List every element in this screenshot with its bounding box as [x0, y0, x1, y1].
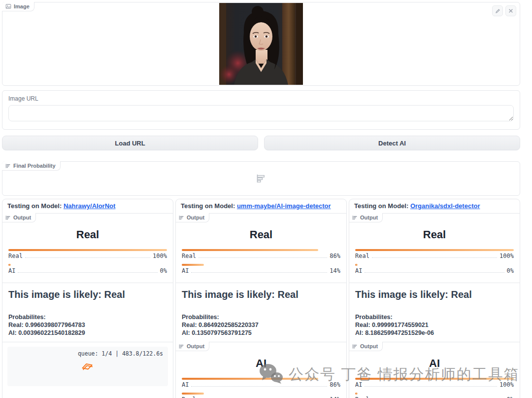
model-column-2: Testing on Model: umm-maybe/AI-image-det… [175, 199, 347, 398]
result-panel: This image is likely: Real Probabilites:… [2, 283, 173, 342]
image-url-input[interactable] [8, 105, 514, 121]
output-panel-2: Output AI AI 86% Real 14% [176, 342, 346, 398]
class-name: Real [182, 396, 196, 398]
probability-row[interactable]: AI 14% [182, 267, 340, 274]
class-name: AI [182, 267, 189, 274]
probability-bar [355, 264, 358, 266]
detect-ai-button[interactable]: Detect AI [264, 136, 520, 150]
probability-row[interactable]: Real 86% [182, 253, 340, 259]
label-chart-icon [179, 215, 184, 220]
testing-model-row: Testing on Model: Nahrawy/AIorNot [2, 199, 173, 214]
queue-status: queue: 1/4 | 483.8/122.6s [78, 350, 163, 357]
likely-heading: This image is likely: Real [355, 289, 514, 300]
output-panel-1: Output Real Real 86% AI 14% [176, 214, 346, 283]
predicted-class-heading: Real [355, 228, 514, 241]
loading-panel: queue: 1/4 | 483.8/122.6s [7, 347, 168, 386]
probability-bar [182, 393, 204, 395]
probability-bar [8, 264, 11, 266]
probability-line: Real: 0.9960398077964783 [8, 321, 167, 329]
close-icon[interactable] [505, 5, 516, 16]
probability-row[interactable]: Real 14% [182, 396, 340, 398]
model-column-3: Testing on Model: Organika/sdxl-detector… [349, 199, 520, 398]
dotted-leader [191, 272, 327, 273]
probability-row[interactable]: AI 0% [8, 267, 167, 274]
empty-label-icon [256, 174, 266, 185]
output-chip: Output [175, 342, 209, 351]
label-chart-icon [5, 163, 11, 169]
final-probability-panel: Final Probability [2, 161, 520, 196]
predicted-class-heading: AI [182, 357, 340, 370]
class-name: AI [355, 381, 362, 388]
predicted-class-heading: Real [182, 228, 340, 241]
dotted-leader [199, 257, 327, 258]
probability-row[interactable]: AI 0% [355, 267, 514, 274]
class-percent: 14% [330, 396, 340, 398]
probability-row[interactable]: Real 0% [355, 396, 514, 398]
testing-model-row: Testing on Model: Organika/sdxl-detector [349, 199, 520, 214]
class-percent: 86% [330, 381, 340, 388]
output-chip: Output [349, 342, 383, 351]
probability-bar [182, 249, 318, 251]
output-panel-2: Output AI AI 100% Real 0% [349, 342, 520, 398]
probabilities-title: Probabilites: [355, 313, 514, 321]
output-chip: Output [2, 213, 36, 222]
probability-line: Real: 0.8649202585220337 [182, 321, 340, 329]
output-label: Output [360, 343, 378, 349]
likely-heading: This image is likely: Real [182, 289, 340, 300]
label-chart-icon [179, 344, 184, 349]
probability-bar [355, 249, 514, 251]
model-columns-row: Testing on Model: Nahrawy/AIorNot Output… [2, 199, 520, 398]
output-label: Output [360, 215, 378, 220]
testing-prefix: Testing on Model: [181, 202, 235, 210]
output-panel-1: Output Real Real 100% AI 0% [349, 214, 520, 283]
dotted-leader [365, 386, 497, 387]
predicted-class-heading: AI [355, 357, 514, 370]
edit-button[interactable] [492, 5, 503, 16]
probability-row[interactable]: Real 100% [355, 253, 514, 259]
image-label-chip: Image [2, 2, 34, 11]
model-link[interactable]: Organika/sdxl-detector [410, 202, 480, 210]
class-name: Real [355, 396, 369, 398]
class-percent: 0% [507, 396, 514, 398]
output-label: Output [13, 215, 31, 220]
probability-row[interactable]: Real 100% [8, 253, 167, 259]
image-url-panel: Image URL [2, 90, 520, 130]
class-name: AI [355, 267, 362, 274]
class-name: Real [182, 253, 196, 259]
image-url-label: Image URL [8, 95, 514, 102]
class-name: AI [8, 267, 15, 274]
dotted-leader [18, 272, 157, 273]
model-link[interactable]: umm-maybe/AI-image-detector [237, 202, 331, 210]
final-probability-label: Final Probability [13, 163, 56, 169]
likely-heading: This image is likely: Real [8, 289, 167, 300]
class-name: Real [355, 253, 369, 259]
app-root: Image [0, 0, 520, 398]
output-panel-2-loading: queue: 1/4 | 483.8/122.6s [2, 342, 173, 398]
testing-prefix: Testing on Model: [7, 202, 62, 210]
model-column-1: Testing on Model: Nahrawy/AIorNot Output… [2, 199, 173, 398]
class-percent: 14% [330, 267, 340, 274]
label-chart-icon [5, 215, 11, 220]
class-percent: 0% [507, 267, 514, 274]
image-panel: Image [2, 2, 520, 86]
class-percent: 86% [330, 253, 340, 259]
final-probability-chip: Final Probability [2, 161, 61, 171]
probability-row[interactable]: AI 100% [355, 381, 514, 388]
result-panel: This image is likely: Real Probabilites:… [349, 283, 520, 342]
probabilities-title: Probabilites: [182, 313, 340, 321]
result-panel: This image is likely: Real Probabilites:… [176, 283, 346, 342]
probability-bar [8, 249, 167, 251]
load-url-button[interactable]: Load URL [2, 136, 258, 150]
class-percent: 0% [160, 267, 167, 274]
dotted-leader [191, 386, 327, 387]
probability-bar [182, 264, 204, 266]
gradio-logo-icon [80, 361, 95, 375]
probability-row[interactable]: AI 86% [182, 381, 340, 388]
dotted-leader [25, 257, 150, 258]
model-link[interactable]: Nahrawy/AIorNot [64, 202, 115, 210]
label-chart-icon [352, 344, 358, 349]
portrait-image[interactable] [219, 3, 303, 85]
probabilities-title: Probabilites: [8, 313, 167, 321]
output-chip: Output [349, 213, 383, 222]
output-label: Output [187, 215, 204, 220]
